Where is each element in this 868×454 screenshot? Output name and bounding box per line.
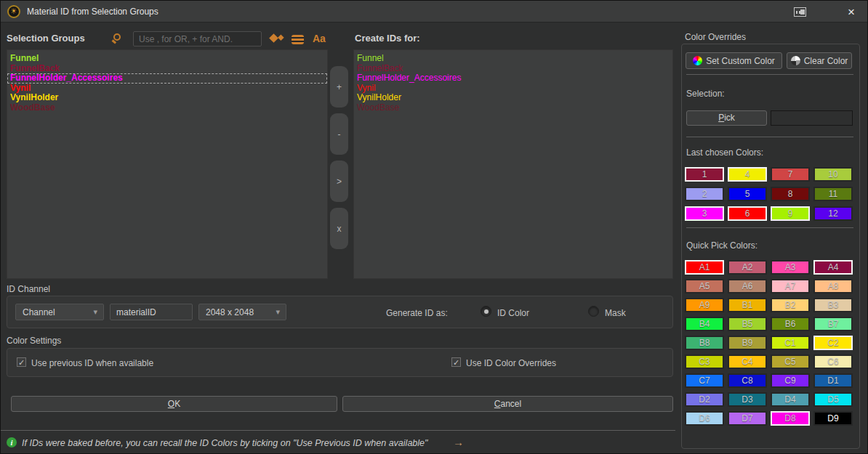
- quick-color-a6[interactable]: A6: [728, 279, 767, 293]
- quick-color-c9[interactable]: C9: [771, 373, 810, 388]
- quick-color-c4[interactable]: C4: [728, 354, 767, 369]
- quick-color-d3[interactable]: D3: [728, 392, 767, 407]
- quick-color-c1[interactable]: C1: [771, 336, 810, 350]
- size-select-value: 2048 x 2048: [206, 307, 254, 317]
- quick-color-b6[interactable]: B6: [771, 317, 810, 331]
- quick-color-a7[interactable]: A7: [771, 279, 810, 293]
- radio-id-color[interactable]: [481, 306, 491, 317]
- material-id-dialog: ☀ Material ID from Selection Groups × Se…: [0, 0, 868, 454]
- search-input[interactable]: [133, 31, 262, 46]
- title-bar: ☀ Material ID from Selection Groups ×: [1, 1, 867, 23]
- selection-group-item[interactable]: FunnelHolder_Accessoires: [7, 73, 327, 84]
- quick-color-d7[interactable]: D7: [728, 411, 767, 426]
- channel-select[interactable]: Channel ▾: [15, 304, 104, 320]
- quick-color-b4[interactable]: B4: [685, 317, 724, 331]
- status-message: If IDs were baked before, you can recall…: [22, 438, 427, 448]
- last-color-1[interactable]: 1: [685, 167, 724, 182]
- selection-group-item[interactable]: Vynil: [7, 84, 327, 94]
- last-color-8[interactable]: 8: [771, 187, 810, 201]
- last-color-9[interactable]: 9: [771, 206, 810, 221]
- quick-color-a8[interactable]: A8: [813, 279, 853, 293]
- selection-group-item[interactable]: VynilHolder: [7, 93, 327, 103]
- quick-color-d5[interactable]: D5: [813, 392, 853, 407]
- quick-color-d2[interactable]: D2: [685, 392, 724, 407]
- quick-color-d1[interactable]: D1: [813, 373, 853, 388]
- quick-color-b7[interactable]: B7: [813, 317, 853, 331]
- selection-label: Selection:: [686, 89, 725, 99]
- create-ids-list[interactable]: FunnelFunnelBackFunnelHolder_Accessoires…: [353, 49, 673, 279]
- radio-mask[interactable]: [588, 306, 599, 317]
- quick-color-a3[interactable]: A3: [771, 260, 810, 275]
- quick-color-a2[interactable]: A2: [728, 260, 767, 275]
- close-icon[interactable]: ×: [843, 3, 860, 20]
- size-select[interactable]: 2048 x 2048 ▾: [198, 304, 286, 320]
- create-id-item[interactable]: VynilHolder: [354, 93, 672, 103]
- last-color-7[interactable]: 7: [771, 167, 810, 182]
- quick-color-d4[interactable]: D4: [771, 392, 810, 407]
- last-color-10[interactable]: 10: [813, 167, 853, 182]
- quick-color-b1[interactable]: B1: [728, 298, 767, 312]
- cancel-button[interactable]: Cancel: [342, 396, 673, 412]
- create-id-item[interactable]: WoodBase: [354, 103, 672, 113]
- list-filter-icon[interactable]: [292, 35, 304, 44]
- quick-color-a1[interactable]: A1: [685, 260, 724, 275]
- quick-color-b9[interactable]: B9: [728, 336, 767, 350]
- last-color-12[interactable]: 12: [813, 206, 853, 221]
- last-color-4[interactable]: 4: [728, 167, 767, 182]
- dock-window-icon[interactable]: [794, 7, 806, 17]
- selection-group-item[interactable]: Funnel: [7, 54, 327, 64]
- color-wheel-icon: [693, 56, 702, 65]
- gray-wheel-icon: [791, 56, 800, 65]
- sparkle-filter-icon[interactable]: [269, 33, 278, 43]
- ok-button[interactable]: OK: [11, 396, 337, 412]
- quick-color-c6[interactable]: C6: [813, 354, 853, 369]
- overrides-divider-1: [686, 74, 853, 75]
- add-button[interactable]: +: [330, 66, 348, 108]
- create-id-item[interactable]: Vynil: [354, 84, 672, 94]
- chevron-down-icon: ▾: [93, 308, 97, 316]
- create-id-item[interactable]: Funnel: [354, 54, 672, 64]
- quick-color-b5[interactable]: B5: [728, 317, 767, 331]
- quick-color-b8[interactable]: B8: [685, 336, 724, 350]
- last-color-6[interactable]: 6: [728, 206, 767, 221]
- clear-button[interactable]: x: [330, 208, 348, 249]
- quick-pick-grid: A1A2A3A4A5A6A7A8A9B1B2B3B4B5B6B7B8B9C1C2…: [685, 260, 853, 426]
- last-color-5[interactable]: 5: [728, 187, 767, 201]
- quick-color-a5[interactable]: A5: [685, 279, 724, 293]
- clear-color-button[interactable]: Clear Color: [787, 52, 852, 69]
- quick-color-c3[interactable]: C3: [685, 354, 724, 369]
- material-id-input[interactable]: [110, 304, 193, 320]
- quick-color-c8[interactable]: C8: [728, 373, 767, 388]
- quick-color-a4[interactable]: A4: [813, 260, 853, 275]
- create-id-item[interactable]: FunnelHolder_Accessoires: [354, 73, 672, 84]
- quick-color-d8[interactable]: D8: [771, 411, 810, 426]
- pick-button[interactable]: Pick: [686, 110, 767, 126]
- quick-pick-label: Quick Pick Colors:: [686, 240, 758, 251]
- quick-color-d6[interactable]: D6: [685, 411, 724, 426]
- selected-color-swatch[interactable]: [771, 110, 853, 126]
- last-color-2[interactable]: 2: [685, 187, 724, 201]
- selection-group-item[interactable]: FunnelBack: [7, 64, 327, 74]
- selection-group-item[interactable]: WoodBase: [7, 103, 327, 113]
- last-chosen-label: Last chosen Colors:: [686, 147, 763, 158]
- quick-color-b3[interactable]: B3: [813, 298, 853, 312]
- create-ids-header: Create IDs for:: [355, 33, 420, 44]
- quick-color-b2[interactable]: B2: [771, 298, 810, 312]
- match-case-icon[interactable]: Aa: [313, 33, 326, 44]
- last-color-11[interactable]: 11: [813, 187, 853, 201]
- overrides-divider-2: [686, 137, 853, 137]
- quick-color-c2[interactable]: C2: [813, 336, 853, 350]
- last-color-3[interactable]: 3: [685, 206, 724, 221]
- set-custom-color-button[interactable]: Set Custom Color: [686, 52, 782, 69]
- selection-groups-list[interactable]: FunnelFunnelBackFunnelHolder_Accessoires…: [7, 49, 328, 279]
- create-id-item[interactable]: FunnelBack: [354, 64, 672, 74]
- id-channel-groupbox: [7, 296, 673, 328]
- use-previous-id-checkbox[interactable]: [17, 357, 26, 367]
- move-button[interactable]: >: [330, 161, 348, 202]
- use-id-color-overrides-checkbox[interactable]: [451, 357, 461, 367]
- quick-color-c5[interactable]: C5: [771, 354, 810, 369]
- quick-color-c7[interactable]: C7: [685, 373, 724, 388]
- quick-color-d9[interactable]: D9: [813, 411, 853, 426]
- remove-button[interactable]: -: [330, 113, 348, 155]
- quick-color-a9[interactable]: A9: [685, 298, 724, 312]
